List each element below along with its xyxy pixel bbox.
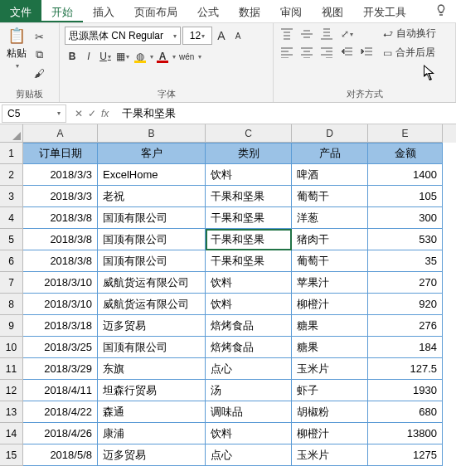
data-cell[interactable]: 迈多贸易 bbox=[98, 315, 206, 337]
data-cell[interactable]: 糖果 bbox=[292, 337, 368, 358]
data-cell[interactable]: 2018/3/10 bbox=[23, 272, 98, 294]
row-header[interactable]: 9 bbox=[0, 315, 23, 337]
data-cell[interactable]: 柳橙汁 bbox=[292, 294, 368, 315]
data-cell[interactable]: 点心 bbox=[206, 358, 292, 380]
row-header[interactable]: 10 bbox=[0, 337, 23, 358]
data-cell[interactable]: 1930 bbox=[368, 380, 443, 401]
increase-font-button[interactable]: A bbox=[214, 27, 229, 44]
data-cell[interactable]: 2018/3/25 bbox=[23, 337, 98, 358]
col-header-E[interactable]: E bbox=[368, 124, 443, 143]
data-cell[interactable]: 干果和坚果 bbox=[206, 207, 292, 229]
data-cell[interactable]: 2018/4/26 bbox=[23, 423, 98, 444]
align-bottom-button[interactable] bbox=[318, 27, 335, 41]
phonetic-button[interactable]: wén bbox=[177, 48, 196, 65]
data-cell[interactable]: 13800 bbox=[368, 423, 443, 444]
header-cell[interactable]: 产品 bbox=[292, 143, 368, 164]
data-cell[interactable]: 饮料 bbox=[206, 294, 292, 315]
bold-button[interactable]: B bbox=[65, 48, 80, 65]
font-size-select[interactable]: 12▾ bbox=[182, 27, 212, 45]
tab-file[interactable]: 文件 bbox=[0, 0, 41, 22]
data-cell[interactable]: 276 bbox=[368, 315, 443, 337]
increase-indent-button[interactable] bbox=[358, 45, 375, 60]
data-cell[interactable]: 胡椒粉 bbox=[292, 401, 368, 423]
header-cell[interactable]: 订单日期 bbox=[23, 143, 98, 164]
data-cell[interactable]: 东旗 bbox=[98, 358, 206, 380]
header-cell[interactable]: 类别 bbox=[206, 143, 292, 164]
data-cell[interactable]: 2018/4/22 bbox=[23, 401, 98, 423]
decrease-font-button[interactable]: A bbox=[230, 27, 245, 44]
data-cell[interactable]: 184 bbox=[368, 337, 443, 358]
data-cell[interactable]: 国顶有限公司 bbox=[98, 250, 206, 272]
tab-formulas[interactable]: 公式 bbox=[187, 0, 229, 22]
row-header[interactable]: 14 bbox=[0, 423, 23, 444]
align-right-button[interactable] bbox=[318, 45, 335, 60]
tell-me[interactable] bbox=[426, 0, 456, 22]
data-cell[interactable]: 270 bbox=[368, 272, 443, 294]
decrease-indent-button[interactable] bbox=[338, 45, 355, 60]
data-cell[interactable]: 饮料 bbox=[206, 272, 292, 294]
tab-page-layout[interactable]: 页面布局 bbox=[124, 0, 187, 22]
data-cell[interactable]: 柳橙汁 bbox=[292, 423, 368, 444]
name-box[interactable]: C5▾ bbox=[2, 104, 66, 123]
data-cell[interactable]: 迈多贸易 bbox=[98, 444, 206, 466]
row-header[interactable]: 6 bbox=[0, 250, 23, 272]
data-cell[interactable]: 35 bbox=[368, 250, 443, 272]
data-cell[interactable]: 127.5 bbox=[368, 358, 443, 380]
select-all-corner[interactable] bbox=[0, 124, 23, 143]
data-cell[interactable]: 920 bbox=[368, 294, 443, 315]
data-cell[interactable]: 坦森行贸易 bbox=[98, 380, 206, 401]
data-cell[interactable]: 2018/4/11 bbox=[23, 380, 98, 401]
font-color-button[interactable]: A bbox=[155, 48, 170, 65]
tab-developer[interactable]: 开发工具 bbox=[353, 0, 416, 22]
data-cell[interactable]: 105 bbox=[368, 186, 443, 207]
data-cell[interactable]: 洋葱 bbox=[292, 207, 368, 229]
header-cell[interactable]: 金额 bbox=[368, 143, 443, 164]
align-top-button[interactable] bbox=[279, 27, 295, 41]
font-name-select[interactable]: 思源黑体 CN Regular▾ bbox=[65, 27, 181, 45]
data-cell[interactable]: 国顶有限公司 bbox=[98, 229, 206, 250]
data-cell[interactable]: 1400 bbox=[368, 164, 443, 186]
wrap-text-button[interactable]: ⮐自动换行 bbox=[383, 27, 436, 41]
data-cell[interactable]: 2018/3/3 bbox=[23, 164, 98, 186]
row-header[interactable]: 12 bbox=[0, 380, 23, 401]
format-painter-button[interactable]: 🖌 bbox=[32, 65, 46, 81]
data-cell[interactable]: 干果和坚果 bbox=[206, 186, 292, 207]
tab-review[interactable]: 审阅 bbox=[270, 0, 312, 22]
data-cell[interactable]: 玉米片 bbox=[292, 444, 368, 466]
data-cell[interactable]: 干果和坚果 bbox=[206, 229, 292, 250]
header-cell[interactable]: 客户 bbox=[98, 143, 206, 164]
row-header[interactable]: 4 bbox=[0, 207, 23, 229]
align-middle-button[interactable] bbox=[298, 27, 315, 41]
data-cell[interactable]: 老祝 bbox=[98, 186, 206, 207]
fill-color-button[interactable]: ◍ bbox=[133, 48, 148, 65]
data-cell[interactable]: 2018/5/8 bbox=[23, 444, 98, 466]
tab-home[interactable]: 开始 bbox=[41, 0, 83, 22]
col-header-D[interactable]: D bbox=[292, 124, 368, 143]
orientation-button[interactable]: ⤢▾ bbox=[338, 27, 355, 41]
data-cell[interactable]: 2018/3/8 bbox=[23, 207, 98, 229]
data-cell[interactable]: 300 bbox=[368, 207, 443, 229]
cancel-formula-button[interactable]: ✕ bbox=[75, 108, 83, 119]
data-cell[interactable]: 国顶有限公司 bbox=[98, 337, 206, 358]
data-cell[interactable]: 2018/3/3 bbox=[23, 186, 98, 207]
border-button[interactable]: ▦▾ bbox=[114, 48, 131, 65]
tab-insert[interactable]: 插入 bbox=[83, 0, 124, 22]
data-cell[interactable]: 葡萄干 bbox=[292, 250, 368, 272]
col-header-C[interactable]: C bbox=[206, 124, 292, 143]
data-cell[interactable]: 点心 bbox=[206, 444, 292, 466]
col-header-B[interactable]: B bbox=[98, 124, 206, 143]
row-header[interactable]: 8 bbox=[0, 294, 23, 315]
data-cell[interactable]: 2018/3/8 bbox=[23, 229, 98, 250]
row-header[interactable]: 11 bbox=[0, 358, 23, 380]
data-cell[interactable]: 国顶有限公司 bbox=[98, 207, 206, 229]
col-header-A[interactable]: A bbox=[23, 124, 98, 143]
row-header[interactable]: 5 bbox=[0, 229, 23, 250]
data-cell[interactable]: 康浦 bbox=[98, 423, 206, 444]
merge-center-button[interactable]: ▭合并后居 bbox=[383, 46, 436, 60]
data-cell[interactable]: 干果和坚果 bbox=[206, 250, 292, 272]
data-cell[interactable]: 2018/3/18 bbox=[23, 315, 98, 337]
tab-data[interactable]: 数据 bbox=[229, 0, 270, 22]
data-cell[interactable]: 啤酒 bbox=[292, 164, 368, 186]
data-cell[interactable]: 焙烤食品 bbox=[206, 315, 292, 337]
copy-button[interactable]: ⧉ bbox=[32, 46, 46, 63]
